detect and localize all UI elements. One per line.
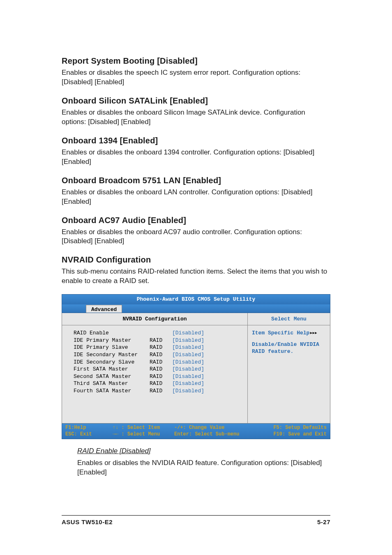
bios-header: Phoenix-Award BIOS CMOS Setup Utility	[62, 294, 330, 304]
bios-option-row[interactable]: IDE Secondary MasterRAID[Disabled]	[74, 351, 239, 359]
bios-option-type: RAID	[150, 359, 172, 366]
bios-option-value[interactable]: [Disabled]	[172, 387, 204, 395]
subitem-title: RAID Enable [Disabled]	[77, 447, 330, 456]
section-title: NVRAID Configuration	[62, 254, 330, 265]
triangle-right-icon: ▸▸▸	[309, 330, 316, 336]
section-body: Enables or disables the onboard LAN cont…	[62, 188, 330, 207]
bios-option-value[interactable]: [Disabled]	[172, 366, 204, 373]
bios-option-value[interactable]: [Disabled]	[172, 344, 204, 351]
bios-option-row[interactable]: IDE Secondary SlaveRAID[Disabled]	[74, 359, 239, 366]
bios-option-type: RAID	[150, 366, 172, 373]
bios-option-type: RAID	[150, 351, 172, 359]
bios-option-value[interactable]: [Disabled]	[172, 359, 204, 366]
section-body: Enables or disables the speech IC system…	[62, 68, 330, 87]
bios-option-label: Fourth SATA Master	[74, 387, 150, 395]
bios-option-label: IDE Secondary Slave	[74, 359, 150, 366]
page-footer: ASUS TW510-E2 5-27	[62, 515, 330, 526]
bios-option-row[interactable]: Second SATA MasterRAID[Disabled]	[74, 373, 239, 380]
bios-key-f5: F5: Setup Defaults	[256, 424, 327, 431]
bios-help-panel: Item Specific Help▸▸▸ Disable/Enable NVI…	[248, 325, 330, 359]
bios-footer: F1:Help ↑↓ : Select Item -/+: Change Val…	[62, 424, 330, 439]
bios-option-list: RAID Enable[Disabled] IDE Primary Master…	[62, 325, 247, 423]
bios-key-plusminus: -/+: Change Value	[174, 424, 256, 431]
bios-key-leftright: →← : Select Menu	[113, 431, 174, 438]
bios-option-value[interactable]: [Disabled]	[172, 329, 204, 337]
bios-option-row[interactable]: RAID Enable[Disabled]	[74, 329, 239, 337]
bios-option-value[interactable]: [Disabled]	[172, 351, 204, 359]
section-title: Onboard Broadcom 5751 LAN [Enabled]	[62, 175, 330, 186]
bios-option-label: IDE Primary Master	[74, 337, 150, 344]
section-title: Onboard AC97 Audio [Enabled]	[62, 215, 330, 226]
bios-option-value[interactable]: [Disabled]	[172, 337, 204, 344]
section-body: Enables or disables the onboard Silicon …	[62, 108, 330, 127]
bios-option-type: RAID	[150, 344, 172, 351]
bios-help-heading: Item Specific Help	[252, 330, 309, 336]
section-body: This sub-menu contains RAID-related func…	[62, 267, 330, 286]
bios-option-value[interactable]: [Disabled]	[172, 380, 204, 387]
bios-option-label: IDE Secondary Master	[74, 351, 150, 359]
bios-option-type	[150, 329, 172, 337]
bios-option-label: RAID Enable	[74, 329, 150, 337]
bios-menubar: Advanced	[62, 304, 330, 313]
bios-option-row[interactable]: IDE Primary MasterRAID[Disabled]	[74, 337, 239, 344]
bios-option-row[interactable]: First SATA MasterRAID[Disabled]	[74, 366, 239, 373]
footer-left: ASUS TW510-E2	[62, 518, 113, 526]
bios-option-label: IDE Primary Slave	[74, 344, 150, 351]
subitem-body: Enables or disables the NVIDIA RAID feat…	[77, 458, 330, 477]
section-title: Report System Booting [Disabled]	[62, 55, 330, 67]
bios-option-type: RAID	[150, 387, 172, 395]
bios-help-body: Disable/Enable NVIDIA RAID feature.	[252, 341, 326, 355]
bios-right-title: Select Menu	[248, 313, 330, 326]
bios-screenshot: Phoenix-Award BIOS CMOS Setup Utility Ad…	[62, 294, 330, 439]
bios-tab-advanced[interactable]: Advanced	[86, 305, 122, 313]
bios-option-type: RAID	[150, 337, 172, 344]
bios-key-esc: ESC: Exit	[65, 431, 113, 438]
bios-option-type: RAID	[150, 373, 172, 380]
bios-option-label: First SATA Master	[74, 366, 150, 373]
section-title: Onboard 1394 [Enabled]	[62, 135, 330, 146]
bios-key-enter: Enter: Select Sub-menu	[174, 431, 256, 438]
bios-option-label: Third SATA Master	[74, 380, 150, 387]
bios-option-label: Second SATA Master	[74, 373, 150, 380]
footer-right: 5-27	[317, 518, 330, 526]
bios-key-f1: F1:Help	[65, 424, 113, 431]
bios-option-type: RAID	[150, 380, 172, 387]
bios-key-f10: F10: Save and Exit	[256, 431, 327, 438]
bios-option-row[interactable]: Third SATA MasterRAID[Disabled]	[74, 380, 239, 387]
bios-option-value[interactable]: [Disabled]	[172, 373, 204, 380]
bios-option-row[interactable]: IDE Primary SlaveRAID[Disabled]	[74, 344, 239, 351]
section-title: Onboard Silicon SATALink [Enabled]	[62, 95, 330, 106]
bios-option-row[interactable]: Fourth SATA MasterRAID[Disabled]	[74, 387, 239, 395]
bios-left-title: NVRAID Configuration	[62, 313, 247, 326]
bios-key-updown: ↑↓ : Select Item	[113, 424, 174, 431]
section-body: Enables or disables the onboard AC97 aud…	[62, 228, 330, 246]
section-body: Enables or disables the onboard 1394 con…	[62, 148, 330, 167]
